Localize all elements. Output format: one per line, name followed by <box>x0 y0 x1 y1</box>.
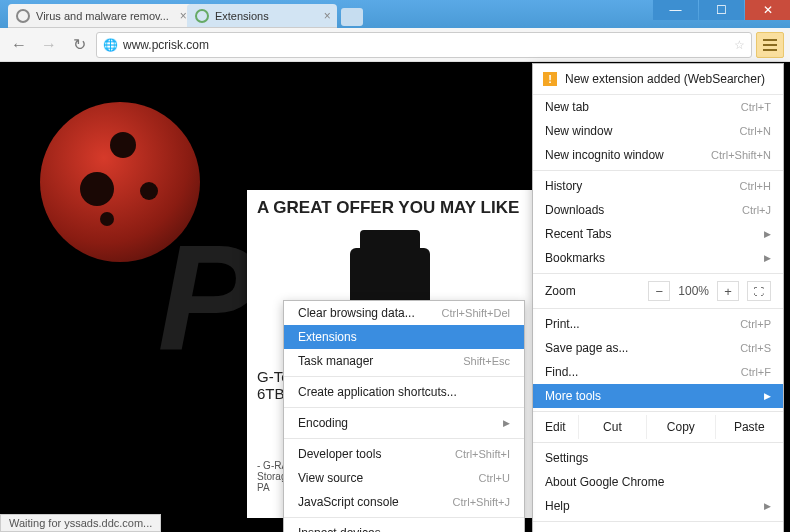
status-bar: Waiting for yssads.ddc.com... <box>0 514 161 532</box>
zoom-out-button[interactable]: − <box>648 281 670 301</box>
menu-more-tools[interactable]: More tools▶ <box>533 384 783 408</box>
extension-icon <box>195 9 209 23</box>
ad-heading: A GREAT OFFER YOU MAY LIKE <box>257 198 522 218</box>
chrome-menu-button[interactable] <box>756 32 784 58</box>
tab-close-icon[interactable]: × <box>324 9 331 23</box>
submenu-view-source[interactable]: View sourceCtrl+U <box>284 466 524 490</box>
menu-about[interactable]: About Google Chrome <box>533 470 783 494</box>
submenu-encoding[interactable]: Encoding▶ <box>284 411 524 435</box>
zoom-value: 100% <box>678 284 709 298</box>
paste-button[interactable]: Paste <box>715 415 783 439</box>
new-tab-button[interactable] <box>341 8 363 26</box>
window-close-button[interactable]: ✕ <box>745 0 790 20</box>
menu-save-as[interactable]: Save page as...Ctrl+S <box>533 336 783 360</box>
menu-separator <box>533 442 783 443</box>
menu-new-window[interactable]: New windowCtrl+N <box>533 119 783 143</box>
submenu-task-manager[interactable]: Task managerShift+Esc <box>284 349 524 373</box>
menu-help[interactable]: Help▶ <box>533 494 783 518</box>
zoom-label: Zoom <box>545 284 576 298</box>
submenu-create-shortcuts[interactable]: Create application shortcuts... <box>284 380 524 404</box>
menu-recent-tabs[interactable]: Recent Tabs▶ <box>533 222 783 246</box>
back-button[interactable]: ← <box>6 32 32 58</box>
menu-notification[interactable]: ! New extension added (WebSearcher) <box>533 64 783 95</box>
menu-history[interactable]: HistoryCtrl+H <box>533 174 783 198</box>
submenu-inspect-devices[interactable]: Inspect devices <box>284 521 524 532</box>
window-minimize-button[interactable]: — <box>653 0 698 20</box>
menu-separator <box>533 170 783 171</box>
menu-relaunch[interactable]: Relaunch Chrome in Windows 8 mode <box>533 525 783 532</box>
menu-find[interactable]: Find...Ctrl+F <box>533 360 783 384</box>
menu-separator <box>284 438 524 439</box>
chevron-right-icon: ▶ <box>764 253 771 263</box>
tab-active[interactable]: Virus and malware remov... × <box>8 4 193 28</box>
menu-print[interactable]: Print...Ctrl+P <box>533 312 783 336</box>
graphic-bubbles <box>40 102 200 262</box>
chevron-right-icon: ▶ <box>764 391 771 401</box>
menu-separator <box>284 407 524 408</box>
menu-separator <box>533 521 783 522</box>
copy-button[interactable]: Copy <box>646 415 714 439</box>
menu-downloads[interactable]: DownloadsCtrl+J <box>533 198 783 222</box>
reload-button[interactable]: ↻ <box>66 32 92 58</box>
tab-title: Extensions <box>215 10 269 22</box>
submenu-developer-tools[interactable]: Developer toolsCtrl+Shift+I <box>284 442 524 466</box>
tab-inactive[interactable]: Extensions × <box>187 4 337 28</box>
edit-label: Edit <box>533 415 578 439</box>
menu-separator <box>533 411 783 412</box>
tab-close-icon[interactable]: × <box>180 9 187 23</box>
spinner-icon <box>16 9 30 23</box>
menu-zoom-row: Zoom − 100% + ⛶ <box>533 277 783 305</box>
toolbar: ← → ↻ 🌐 www.pcrisk.com ☆ <box>0 28 790 62</box>
tab-title: Virus and malware remov... <box>36 10 169 22</box>
chevron-right-icon: ▶ <box>503 418 510 428</box>
chrome-main-menu: ! New extension added (WebSearcher) New … <box>532 63 784 532</box>
forward-button[interactable]: → <box>36 32 62 58</box>
notification-text: New extension added (WebSearcher) <box>565 72 765 86</box>
globe-icon: 🌐 <box>103 38 117 52</box>
menu-separator <box>533 308 783 309</box>
chevron-right-icon: ▶ <box>764 229 771 239</box>
address-bar[interactable]: 🌐 www.pcrisk.com ☆ <box>96 32 752 58</box>
tab-strip: Virus and malware remov... × Extensions … <box>8 0 363 28</box>
fullscreen-button[interactable]: ⛶ <box>747 281 771 301</box>
menu-new-incognito[interactable]: New incognito windowCtrl+Shift+N <box>533 143 783 167</box>
submenu-extensions[interactable]: Extensions <box>284 325 524 349</box>
menu-new-tab[interactable]: New tabCtrl+T <box>533 95 783 119</box>
url-text: www.pcrisk.com <box>123 38 209 52</box>
menu-edit-row: Edit Cut Copy Paste <box>533 415 783 439</box>
warning-icon: ! <box>543 72 557 86</box>
menu-bookmarks[interactable]: Bookmarks▶ <box>533 246 783 270</box>
chevron-right-icon: ▶ <box>764 501 771 511</box>
zoom-in-button[interactable]: + <box>717 281 739 301</box>
window-maximize-button[interactable]: ☐ <box>699 0 744 20</box>
cut-button[interactable]: Cut <box>578 415 646 439</box>
submenu-js-console[interactable]: JavaScript consoleCtrl+Shift+J <box>284 490 524 514</box>
bookmark-star-icon[interactable]: ☆ <box>734 38 745 52</box>
more-tools-submenu: Clear browsing data...Ctrl+Shift+Del Ext… <box>283 300 525 532</box>
menu-separator <box>284 517 524 518</box>
submenu-clear-browsing[interactable]: Clear browsing data...Ctrl+Shift+Del <box>284 301 524 325</box>
menu-separator <box>533 273 783 274</box>
menu-settings[interactable]: Settings <box>533 446 783 470</box>
menu-separator <box>284 376 524 377</box>
